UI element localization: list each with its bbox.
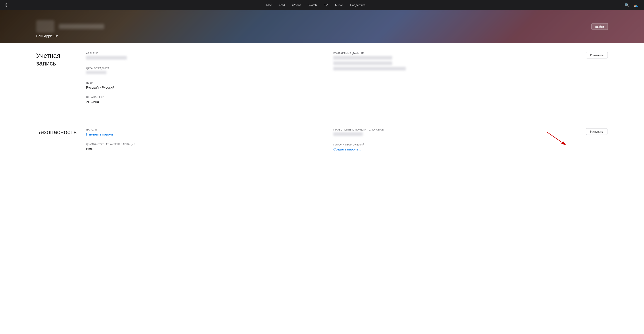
account-section: Учетная запись APPLE ID ДАТА РОЖДЕНИЯ ЯЗ…: [36, 43, 608, 119]
twofa-value: Вкл.: [86, 147, 320, 151]
password-label: ПАРОЛЬ: [86, 128, 320, 131]
account-edit-button[interactable]: Изменить: [586, 52, 608, 59]
apple-logo-icon[interactable]: : [6, 3, 7, 8]
nav-links: Mac iPad iPhone Watch TV Music Поддержка: [266, 4, 366, 7]
country-field: СТРАНА/РЕГИОН Украина: [86, 96, 320, 104]
hero-banner: Ваш Apple ID: Выйти: [0, 10, 644, 43]
phones-label: ПРОВЕРЕННЫЕ НОМЕРА ТЕЛЕФОНОВ: [333, 128, 567, 131]
account-section-body: APPLE ID ДАТА РОЖДЕНИЯ ЯЗЫК Русский - Ру…: [86, 52, 608, 110]
apple-id-label: APPLE ID: [86, 52, 320, 55]
twofa-field: ДВУХФАКТОРНАЯ АУТЕНТИФИКАЦИЯ Вкл.: [86, 143, 320, 151]
contacts-label: КОНТАКТНЫЕ ДАННЫЕ: [333, 52, 567, 55]
nav-link-iphone[interactable]: iPhone: [292, 4, 301, 7]
nav-link-music[interactable]: Music: [335, 4, 343, 7]
nav-link-support[interactable]: Поддержка: [350, 4, 366, 7]
main-content: Учетная запись APPLE ID ДАТА РОЖДЕНИЯ ЯЗ…: [0, 43, 644, 167]
nav-icons: 🔍 🛌: [624, 3, 638, 8]
account-col2: КОНТАКТНЫЕ ДАННЫЕ: [333, 52, 567, 110]
nav-link-watch[interactable]: Watch: [309, 4, 317, 7]
language-value: Русский - Русский: [86, 85, 320, 89]
security-section-title: Безопасность: [36, 128, 86, 158]
contacts-value-blurred-1: [333, 56, 392, 60]
country-value: Украина: [86, 100, 320, 104]
apple-id-value-blurred: [86, 56, 127, 60]
hero-content: [36, 20, 608, 33]
app-passwords-label: ПАРОЛИ ПРИЛОЖЕНИЙ: [333, 143, 567, 146]
search-icon[interactable]: 🔍: [624, 3, 629, 8]
birthday-field: ДАТА РОЖДЕНИЯ: [86, 67, 320, 75]
contacts-value-blurred-3: [333, 67, 406, 71]
apple-id-label: Ваш Apple ID:: [36, 34, 58, 38]
apple-id-field: APPLE ID: [86, 52, 320, 61]
app-passwords-field: ПАРОЛИ ПРИЛОЖЕНИЙ Создать пароль...: [333, 143, 567, 151]
account-col1: APPLE ID ДАТА РОЖДЕНИЯ ЯЗЫК Русский - Ру…: [86, 52, 320, 110]
create-password-link[interactable]: Создать пароль...: [333, 147, 361, 151]
avatar: [36, 20, 54, 33]
security-section-actions: Изменить: [580, 128, 608, 158]
phones-field: ПРОВЕРЕННЫЕ НОМЕРА ТЕЛЕФОНОВ: [333, 128, 567, 137]
contacts-field: КОНТАКТНЫЕ ДАННЫЕ: [333, 52, 567, 71]
birthday-label: ДАТА РОЖДЕНИЯ: [86, 67, 320, 70]
phones-value-blurred: [333, 132, 363, 136]
logout-button[interactable]: Выйти: [592, 23, 608, 30]
account-section-title: Учетная запись: [36, 52, 86, 110]
security-section-body: ПАРОЛЬ Изменить пароль... ДВУХФАКТОРНАЯ …: [86, 128, 608, 158]
change-password-link[interactable]: Изменить пароль...: [86, 132, 116, 136]
nav-link-tv[interactable]: TV: [324, 4, 328, 7]
bag-icon[interactable]: 🛌: [634, 3, 638, 8]
nav-link-mac[interactable]: Mac: [266, 4, 272, 7]
password-field: ПАРОЛЬ Изменить пароль...: [86, 128, 320, 136]
contacts-value-blurred-2: [333, 61, 392, 65]
security-col1: ПАРОЛЬ Изменить пароль... ДВУХФАКТОРНАЯ …: [86, 128, 320, 158]
account-section-actions: Изменить: [580, 52, 608, 110]
security-section: Безопасность ПАРОЛЬ Изменить пароль... Д…: [36, 119, 608, 167]
country-label: СТРАНА/РЕГИОН: [86, 96, 320, 98]
birthday-value-blurred: [86, 71, 106, 74]
language-field: ЯЗЫК Русский - Русский: [86, 81, 320, 89]
security-edit-button[interactable]: Изменить: [586, 128, 608, 135]
navigation:  Mac iPad iPhone Watch TV Music Поддерж…: [0, 0, 644, 10]
language-label: ЯЗЫК: [86, 81, 320, 84]
twofa-label: ДВУХФАКТОРНАЯ АУТЕНТИФИКАЦИЯ: [86, 143, 320, 145]
user-name-blurred: [59, 24, 104, 29]
security-col2: ПРОВЕРЕННЫЕ НОМЕРА ТЕЛЕФОНОВ ПАРОЛИ ПРИЛ…: [333, 128, 567, 158]
nav-link-ipad[interactable]: iPad: [279, 4, 285, 7]
